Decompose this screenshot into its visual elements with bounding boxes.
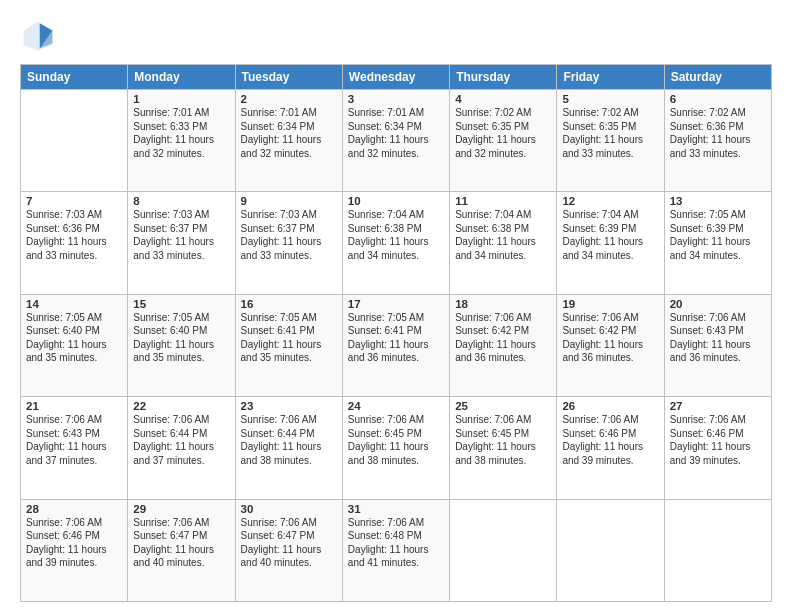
day-info: Sunrise: 7:02 AM Sunset: 6:36 PM Dayligh… (670, 106, 766, 160)
calendar-day-cell: 28Sunrise: 7:06 AM Sunset: 6:46 PM Dayli… (21, 499, 128, 601)
day-info: Sunrise: 7:05 AM Sunset: 6:41 PM Dayligh… (348, 311, 444, 365)
day-number: 11 (455, 195, 551, 207)
calendar-day-cell: 30Sunrise: 7:06 AM Sunset: 6:47 PM Dayli… (235, 499, 342, 601)
calendar-week-row: 1Sunrise: 7:01 AM Sunset: 6:33 PM Daylig… (21, 90, 772, 192)
day-number: 31 (348, 503, 444, 515)
calendar-day-cell: 6Sunrise: 7:02 AM Sunset: 6:36 PM Daylig… (664, 90, 771, 192)
day-number: 24 (348, 400, 444, 412)
calendar-day-cell: 29Sunrise: 7:06 AM Sunset: 6:47 PM Dayli… (128, 499, 235, 601)
day-info: Sunrise: 7:06 AM Sunset: 6:44 PM Dayligh… (241, 413, 337, 467)
calendar-day-cell: 31Sunrise: 7:06 AM Sunset: 6:48 PM Dayli… (342, 499, 449, 601)
logo-icon (20, 18, 56, 54)
calendar-day-header: Saturday (664, 65, 771, 90)
day-info: Sunrise: 7:06 AM Sunset: 6:43 PM Dayligh… (26, 413, 122, 467)
calendar-day-cell: 18Sunrise: 7:06 AM Sunset: 6:42 PM Dayli… (450, 294, 557, 396)
calendar-day-cell (664, 499, 771, 601)
calendar-day-cell: 3Sunrise: 7:01 AM Sunset: 6:34 PM Daylig… (342, 90, 449, 192)
day-info: Sunrise: 7:06 AM Sunset: 6:47 PM Dayligh… (241, 516, 337, 570)
day-info: Sunrise: 7:06 AM Sunset: 6:42 PM Dayligh… (562, 311, 658, 365)
calendar-week-row: 14Sunrise: 7:05 AM Sunset: 6:40 PM Dayli… (21, 294, 772, 396)
day-number: 3 (348, 93, 444, 105)
day-info: Sunrise: 7:06 AM Sunset: 6:46 PM Dayligh… (670, 413, 766, 467)
calendar-day-cell: 16Sunrise: 7:05 AM Sunset: 6:41 PM Dayli… (235, 294, 342, 396)
header (20, 18, 772, 54)
day-number: 9 (241, 195, 337, 207)
calendar-day-cell: 15Sunrise: 7:05 AM Sunset: 6:40 PM Dayli… (128, 294, 235, 396)
day-number: 19 (562, 298, 658, 310)
day-info: Sunrise: 7:06 AM Sunset: 6:47 PM Dayligh… (133, 516, 229, 570)
day-info: Sunrise: 7:06 AM Sunset: 6:46 PM Dayligh… (562, 413, 658, 467)
logo (20, 18, 60, 54)
calendar-day-cell (450, 499, 557, 601)
day-info: Sunrise: 7:03 AM Sunset: 6:37 PM Dayligh… (241, 208, 337, 262)
calendar-day-cell (557, 499, 664, 601)
calendar-day-header: Friday (557, 65, 664, 90)
calendar-day-cell: 25Sunrise: 7:06 AM Sunset: 6:45 PM Dayli… (450, 397, 557, 499)
page: SundayMondayTuesdayWednesdayThursdayFrid… (0, 0, 792, 612)
day-info: Sunrise: 7:06 AM Sunset: 6:48 PM Dayligh… (348, 516, 444, 570)
calendar-day-cell: 23Sunrise: 7:06 AM Sunset: 6:44 PM Dayli… (235, 397, 342, 499)
calendar-day-header: Sunday (21, 65, 128, 90)
day-number: 23 (241, 400, 337, 412)
calendar-day-cell: 13Sunrise: 7:05 AM Sunset: 6:39 PM Dayli… (664, 192, 771, 294)
day-number: 5 (562, 93, 658, 105)
calendar-day-cell: 24Sunrise: 7:06 AM Sunset: 6:45 PM Dayli… (342, 397, 449, 499)
day-info: Sunrise: 7:06 AM Sunset: 6:42 PM Dayligh… (455, 311, 551, 365)
calendar-day-cell: 22Sunrise: 7:06 AM Sunset: 6:44 PM Dayli… (128, 397, 235, 499)
day-number: 2 (241, 93, 337, 105)
calendar-day-header: Tuesday (235, 65, 342, 90)
calendar-day-cell: 2Sunrise: 7:01 AM Sunset: 6:34 PM Daylig… (235, 90, 342, 192)
day-number: 15 (133, 298, 229, 310)
day-number: 21 (26, 400, 122, 412)
day-number: 10 (348, 195, 444, 207)
calendar-day-cell: 20Sunrise: 7:06 AM Sunset: 6:43 PM Dayli… (664, 294, 771, 396)
day-number: 20 (670, 298, 766, 310)
day-number: 18 (455, 298, 551, 310)
day-number: 12 (562, 195, 658, 207)
day-info: Sunrise: 7:06 AM Sunset: 6:44 PM Dayligh… (133, 413, 229, 467)
day-number: 16 (241, 298, 337, 310)
day-info: Sunrise: 7:04 AM Sunset: 6:38 PM Dayligh… (348, 208, 444, 262)
calendar-day-cell: 17Sunrise: 7:05 AM Sunset: 6:41 PM Dayli… (342, 294, 449, 396)
calendar-day-cell: 1Sunrise: 7:01 AM Sunset: 6:33 PM Daylig… (128, 90, 235, 192)
calendar-day-cell (21, 90, 128, 192)
day-info: Sunrise: 7:05 AM Sunset: 6:40 PM Dayligh… (26, 311, 122, 365)
calendar-day-cell: 9Sunrise: 7:03 AM Sunset: 6:37 PM Daylig… (235, 192, 342, 294)
calendar-day-header: Monday (128, 65, 235, 90)
day-info: Sunrise: 7:05 AM Sunset: 6:40 PM Dayligh… (133, 311, 229, 365)
day-info: Sunrise: 7:01 AM Sunset: 6:34 PM Dayligh… (348, 106, 444, 160)
calendar-day-cell: 8Sunrise: 7:03 AM Sunset: 6:37 PM Daylig… (128, 192, 235, 294)
day-info: Sunrise: 7:02 AM Sunset: 6:35 PM Dayligh… (455, 106, 551, 160)
calendar-day-cell: 26Sunrise: 7:06 AM Sunset: 6:46 PM Dayli… (557, 397, 664, 499)
calendar-day-header: Wednesday (342, 65, 449, 90)
day-number: 17 (348, 298, 444, 310)
day-info: Sunrise: 7:01 AM Sunset: 6:34 PM Dayligh… (241, 106, 337, 160)
day-info: Sunrise: 7:06 AM Sunset: 6:46 PM Dayligh… (26, 516, 122, 570)
calendar-day-cell: 27Sunrise: 7:06 AM Sunset: 6:46 PM Dayli… (664, 397, 771, 499)
calendar-week-row: 21Sunrise: 7:06 AM Sunset: 6:43 PM Dayli… (21, 397, 772, 499)
day-info: Sunrise: 7:06 AM Sunset: 6:43 PM Dayligh… (670, 311, 766, 365)
calendar-day-cell: 21Sunrise: 7:06 AM Sunset: 6:43 PM Dayli… (21, 397, 128, 499)
day-number: 14 (26, 298, 122, 310)
calendar-day-cell: 10Sunrise: 7:04 AM Sunset: 6:38 PM Dayli… (342, 192, 449, 294)
day-info: Sunrise: 7:06 AM Sunset: 6:45 PM Dayligh… (455, 413, 551, 467)
day-number: 6 (670, 93, 766, 105)
calendar-day-header: Thursday (450, 65, 557, 90)
calendar-day-cell: 11Sunrise: 7:04 AM Sunset: 6:38 PM Dayli… (450, 192, 557, 294)
day-number: 22 (133, 400, 229, 412)
calendar-header-row: SundayMondayTuesdayWednesdayThursdayFrid… (21, 65, 772, 90)
calendar-day-cell: 14Sunrise: 7:05 AM Sunset: 6:40 PM Dayli… (21, 294, 128, 396)
day-info: Sunrise: 7:05 AM Sunset: 6:39 PM Dayligh… (670, 208, 766, 262)
day-number: 4 (455, 93, 551, 105)
day-info: Sunrise: 7:06 AM Sunset: 6:45 PM Dayligh… (348, 413, 444, 467)
day-number: 26 (562, 400, 658, 412)
calendar-day-cell: 19Sunrise: 7:06 AM Sunset: 6:42 PM Dayli… (557, 294, 664, 396)
calendar-day-cell: 7Sunrise: 7:03 AM Sunset: 6:36 PM Daylig… (21, 192, 128, 294)
calendar-day-cell: 5Sunrise: 7:02 AM Sunset: 6:35 PM Daylig… (557, 90, 664, 192)
day-number: 27 (670, 400, 766, 412)
day-info: Sunrise: 7:03 AM Sunset: 6:36 PM Dayligh… (26, 208, 122, 262)
day-info: Sunrise: 7:02 AM Sunset: 6:35 PM Dayligh… (562, 106, 658, 160)
calendar-week-row: 28Sunrise: 7:06 AM Sunset: 6:46 PM Dayli… (21, 499, 772, 601)
day-info: Sunrise: 7:05 AM Sunset: 6:41 PM Dayligh… (241, 311, 337, 365)
calendar-table: SundayMondayTuesdayWednesdayThursdayFrid… (20, 64, 772, 602)
